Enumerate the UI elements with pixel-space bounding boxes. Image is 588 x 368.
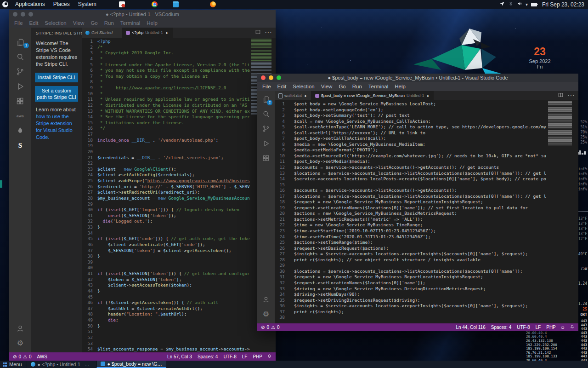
system-tray[interactable]: ▾ Fri Sep 23, 02:23 xyxy=(499,1,584,8)
dirty-dot[interactable]: ● xyxy=(304,94,307,98)
menu-item-edit[interactable]: Edit xyxy=(274,84,290,89)
menu-item-run[interactable]: Run xyxy=(349,84,365,89)
top-panel[interactable]: ApplicationsPlacesSystem ▾ Fri Sep 23, 0… xyxy=(0,0,588,9)
warning-count[interactable]: 0 xyxy=(29,354,32,359)
menu-item-terminal[interactable]: Terminal xyxy=(117,20,143,26)
editor-tab[interactable]: <?phpUntitled-1● xyxy=(122,28,173,38)
settings-gear-icon[interactable]: ⚙ xyxy=(257,307,275,322)
vscode-titlebar[interactable]: ● $post_body = new \Google_Service_MyBus… xyxy=(257,74,578,82)
editor-actions[interactable]: ··· xyxy=(251,28,276,38)
menu-item-file[interactable]: File xyxy=(259,84,274,89)
menu-item-terminal[interactable]: Terminal xyxy=(365,84,391,89)
vscode-window[interactable]: ● $post_body = new \Google_Service_MyBus… xyxy=(257,74,578,331)
menu-item-go[interactable]: Go xyxy=(335,84,349,89)
file-manager-icon[interactable] xyxy=(173,1,179,7)
close-button[interactable] xyxy=(13,12,17,17)
warning-count[interactable]: 0 xyxy=(277,325,280,330)
editor-tab[interactable]: Get Started xyxy=(82,28,122,38)
aws-icon[interactable]: aws xyxy=(9,109,31,123)
run-debug-icon[interactable] xyxy=(257,136,275,151)
explorer-icon[interactable]: 2 xyxy=(257,92,275,107)
dirty-dot[interactable]: ● xyxy=(426,94,430,98)
menu-item-file[interactable]: File xyxy=(11,20,26,26)
settings-gear-icon[interactable]: ⚙ xyxy=(9,336,31,351)
status-item[interactable]: LF xyxy=(242,354,248,359)
distro-logo-icon[interactable] xyxy=(2,1,8,7)
menu-item-view[interactable]: View xyxy=(70,20,88,26)
minimize-button[interactable] xyxy=(21,12,25,17)
menu-item-selection[interactable]: Selection xyxy=(289,84,317,89)
firefox-icon[interactable] xyxy=(210,1,216,7)
editor-tab[interactable]: $post_body = new \Google_Service_MyBusin… xyxy=(311,91,434,100)
vscodium-status-bar[interactable]: ⊘0 ⚠0 AWS Ln 57, Col 3Spaces: 4UTF-8LFPH… xyxy=(9,352,276,361)
run-debug-icon[interactable] xyxy=(9,79,31,94)
panel-menus[interactable]: ApplicationsPlacesSystem xyxy=(11,0,101,9)
aws-status-item[interactable]: AWS xyxy=(37,354,47,359)
vscode-editor[interactable]: 1$post_body = new \Google_Service_MyBusi… xyxy=(275,100,578,323)
battery-icon[interactable] xyxy=(531,3,537,6)
vscodium-activity-bar[interactable]: 1awsS⚙ xyxy=(9,28,31,352)
error-count[interactable]: 0 xyxy=(266,325,269,330)
search-icon[interactable] xyxy=(257,107,275,121)
menu-item-applications[interactable]: Applications xyxy=(11,0,49,9)
panel-launchers[interactable] xyxy=(101,1,216,7)
status-item[interactable]: Spaces: 4 xyxy=(198,354,218,359)
status-item[interactable]: LF xyxy=(536,325,541,330)
warnings-icon[interactable]: ⚠ xyxy=(23,354,27,359)
menu-item-help[interactable]: Help xyxy=(391,84,409,89)
status-item[interactable]: PHP xyxy=(546,325,556,330)
editor-actions[interactable]: ··· xyxy=(554,91,578,100)
window-controls[interactable] xyxy=(261,75,281,80)
menu-item-run[interactable]: Run xyxy=(101,20,117,26)
menu-item-go[interactable]: Go xyxy=(87,20,101,26)
split-editor-icon[interactable] xyxy=(255,29,261,37)
notifications-bell-icon[interactable] xyxy=(570,324,575,330)
more-actions-icon[interactable]: ··· xyxy=(265,29,272,37)
account-icon[interactable] xyxy=(257,292,275,307)
error-count[interactable]: 0 xyxy=(18,354,21,359)
window-controls[interactable] xyxy=(13,12,33,17)
source-control-icon[interactable] xyxy=(9,64,31,79)
dirty-dot[interactable]: ● xyxy=(165,31,169,35)
taskbar-menu-button[interactable]: Menu xyxy=(0,361,27,368)
split-editor-icon[interactable] xyxy=(558,92,564,100)
extensions-icon[interactable] xyxy=(257,151,275,166)
status-item[interactable]: PHP xyxy=(253,354,262,359)
status-item[interactable]: UTF-8 xyxy=(223,354,236,359)
taskbar-window-vscode[interactable]: ● $post_body = new \G… xyxy=(96,361,166,368)
more-actions-icon[interactable]: ··· xyxy=(567,92,575,100)
maximize-button[interactable] xyxy=(28,12,33,17)
menu-item-system[interactable]: System xyxy=(74,0,101,9)
account-icon[interactable] xyxy=(9,321,31,336)
taskbar-window-vscodium[interactable]: ● <?php • Untitled-1 - V… xyxy=(27,361,96,368)
menu-item-places[interactable]: Places xyxy=(49,0,74,9)
explorer-icon[interactable]: 1 xyxy=(9,35,31,50)
minimap[interactable] xyxy=(548,101,575,146)
status-item[interactable]: Ln 57, Col 3 xyxy=(167,354,192,359)
vscode-activity-bar[interactable]: 2⚙ xyxy=(257,91,275,323)
stripe-icon[interactable]: S xyxy=(9,138,31,153)
vscode-status-bar[interactable]: ⊘0 ⚠0 Ln 44, Col 116Spaces: 4UTF-8LFPHP … xyxy=(257,323,578,331)
errors-icon[interactable]: ⊘ xyxy=(261,325,265,330)
status-item[interactable]: UTF-8 xyxy=(517,325,530,330)
vscode-tab-bar[interactable]: wallet.dat●$post_body = new \Google_Serv… xyxy=(275,91,578,100)
chevron-down-icon[interactable]: ▾ xyxy=(526,2,528,7)
pdf-reader-icon[interactable] xyxy=(119,1,125,7)
source-control-icon[interactable] xyxy=(257,121,275,136)
bluetooth-icon[interactable] xyxy=(508,1,514,8)
volume-icon[interactable] xyxy=(517,1,522,8)
plugin-icon[interactable] xyxy=(9,123,31,138)
close-button[interactable] xyxy=(261,75,266,80)
vscodium-titlebar[interactable]: ● <?php • Untitled-1 - VSCodium xyxy=(9,10,276,18)
status-item[interactable]: Spaces: 4 xyxy=(491,325,511,330)
vscodium-tab-bar[interactable]: Get Started<?phpUntitled-1● ··· xyxy=(82,28,276,38)
feedback-smiley-icon[interactable]: ☺ xyxy=(560,325,565,330)
vscodium-window[interactable]: ● <?php • Untitled-1 - VSCodium FileEdit… xyxy=(9,10,276,361)
warnings-icon[interactable]: ⚠ xyxy=(271,325,275,330)
custom-path-stripe-cli-button[interactable]: Set a custom path to Stripe CLI xyxy=(35,86,78,102)
vscodium-editor[interactable]: 1<?php2/*3 * Copyright 2019 Google Inc.4… xyxy=(82,38,276,352)
menu-item-selection[interactable]: Selection xyxy=(41,20,69,26)
network-send-icon[interactable] xyxy=(499,1,505,8)
menu-item-view[interactable]: View xyxy=(318,84,336,89)
extensions-icon[interactable] xyxy=(9,94,31,109)
